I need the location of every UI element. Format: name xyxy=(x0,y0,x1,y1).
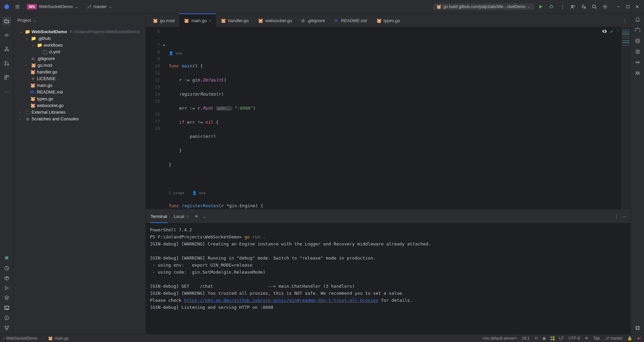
tab-handler-go[interactable]: 🐹handler.go xyxy=(216,13,253,27)
problems-icon[interactable] xyxy=(4,315,9,321)
coverage-icon[interactable] xyxy=(635,325,640,331)
left-tool-rail: ⋯ xyxy=(0,13,13,334)
status-wrap-icon[interactable]: ⟲ xyxy=(534,336,538,341)
tree-file-websocket[interactable]: 🐹websocket.go xyxy=(13,102,146,109)
project-selector[interactable]: WS WebSocketDemo ⌄ xyxy=(24,3,81,10)
tab-go-mod[interactable]: 🐹go.mod xyxy=(148,13,179,27)
svg-rect-52 xyxy=(550,339,552,340)
structure-tool-icon[interactable] xyxy=(2,45,11,54)
terminal-tool-icon[interactable] xyxy=(4,305,9,310)
terminal-panel: Terminal Local× + ⌄ ⋮ — PowerShell 7.4.2… xyxy=(146,209,631,334)
terminal-tab-main[interactable]: Terminal xyxy=(150,213,168,220)
project-panel-header[interactable]: Project ⌄ xyxy=(13,13,146,27)
tree-file-gitignore[interactable]: ⊘.gitignore xyxy=(13,55,146,62)
gutter: 6 7 8 9 10 11 12 13 14 15 16 17 18 xyxy=(146,27,166,209)
status-readonly-icon[interactable]: 👁 xyxy=(585,336,589,341)
scratch-icon: ≣ xyxy=(25,116,30,121)
terminal-options-icon[interactable]: ⋮ xyxy=(614,214,619,219)
ai-chat-icon[interactable] xyxy=(635,27,640,33)
build-tool-icon[interactable] xyxy=(4,276,9,281)
code-editor[interactable]: 6 7 8 9 10 11 12 13 14 15 16 17 18 👤 wxy… xyxy=(146,27,631,209)
status-windows-icon[interactable] xyxy=(550,336,554,340)
tab-main-go[interactable]: 🐹main.go× xyxy=(179,13,216,27)
go-file-icon: 🐹 xyxy=(30,96,36,101)
ignore-icon: ⊘ xyxy=(30,56,36,61)
run-config-selector[interactable]: 🐹 go build github.com/palp1tate/We…cketD… xyxy=(433,3,534,10)
debug-button[interactable] xyxy=(547,3,555,11)
vcs-branch-selector[interactable]: ⎇ master ⌄ xyxy=(84,3,115,10)
tabs-more-icon[interactable]: ⋮ xyxy=(623,18,627,23)
github-icon: ◯ xyxy=(42,49,48,54)
tree-scratches[interactable]: ›≣Scratches and Consoles xyxy=(13,115,146,122)
tab-gitignore[interactable]: ⊘.gitignore xyxy=(297,13,329,27)
tree-file-gomod[interactable]: ›🐹go.mod xyxy=(13,62,146,68)
settings-icon[interactable] xyxy=(601,3,609,11)
ide-logo-icon[interactable] xyxy=(3,3,11,11)
profiler-icon[interactable] xyxy=(4,266,9,271)
search-icon[interactable] xyxy=(590,3,598,11)
terminal-dropdown-icon[interactable]: ⌄ xyxy=(203,214,206,219)
run-button[interactable] xyxy=(537,3,545,11)
more-actions-icon[interactable]: ⋮ xyxy=(558,3,566,11)
endpoints-icon[interactable] xyxy=(635,60,640,65)
main-menu-icon[interactable] xyxy=(13,3,21,11)
code-with-me-icon[interactable] xyxy=(569,3,577,11)
code-body[interactable]: 👤 wxy func main() { r := gin.Default() r… xyxy=(166,27,631,209)
maximize-button[interactable] xyxy=(624,3,632,11)
tree-file-handler[interactable]: 🐹handler.go xyxy=(13,68,146,75)
tree-file-ci[interactable]: ◯ci.yml xyxy=(13,48,146,55)
tree-external-libs[interactable]: ›⬚External Libraries xyxy=(13,109,146,115)
ai-assistant-icon[interactable] xyxy=(4,255,10,261)
tree-folder-workflows[interactable]: ⌄📁workflows xyxy=(13,42,146,48)
status-copilot-icon[interactable]: ◉ xyxy=(542,336,546,341)
tree-folder-github[interactable]: ⌄📁.github xyxy=(13,35,146,42)
services-tool-icon[interactable] xyxy=(2,73,11,82)
makefile-icon[interactable] xyxy=(635,49,640,54)
status-caret-pos[interactable]: 19:1 xyxy=(522,336,530,341)
tree-file-readme[interactable]: M↓README.md xyxy=(13,89,146,95)
usage-inlay[interactable]: 1 usage xyxy=(169,191,184,195)
inspection-ok-icon[interactable]: ✔ xyxy=(610,29,613,34)
layers-icon[interactable] xyxy=(4,295,9,300)
tab-types-go[interactable]: 🐹types.go xyxy=(372,13,405,27)
tab-websocket-go[interactable]: 🐹websocket.go xyxy=(253,13,297,27)
reader-mode-icon[interactable]: 👁‍🗨 xyxy=(602,29,607,34)
pull-requests-icon[interactable] xyxy=(2,59,11,68)
expand-icon[interactable]: ⌃ xyxy=(616,29,619,34)
status-lock-icon[interactable]: 🔒 xyxy=(627,336,632,341)
collab-icon[interactable] xyxy=(635,70,640,76)
terminal-session-tab[interactable]: Local× xyxy=(172,213,190,220)
status-line-sep[interactable]: LF xyxy=(559,336,564,341)
status-encoding[interactable]: UTF-8 xyxy=(569,336,580,341)
notifications-icon[interactable] xyxy=(635,17,640,22)
status-branch[interactable]: ⎇ master xyxy=(604,336,623,341)
tree-file-license[interactable]: ≡LICENSE xyxy=(13,75,146,82)
breadcrumb-project[interactable]: ▫WebSocketDemo xyxy=(3,336,37,341)
terminal-link[interactable]: https://pkg.go.dev/github.com/gin-gonic/… xyxy=(184,298,378,303)
project-tool-icon[interactable] xyxy=(2,17,11,25)
terminal-output[interactable]: PowerShell 7.4.2 PS F:\GolandProjects\We… xyxy=(146,223,631,334)
project-tree[interactable]: ⌄ 📁 WebSocketDemo F:\GolandProjects\WebS… xyxy=(13,27,146,334)
status-server[interactable]: <no default server> xyxy=(482,336,517,341)
close-icon[interactable]: × xyxy=(209,18,212,23)
tab-readme[interactable]: M↓README.md xyxy=(330,13,372,27)
tree-file-types[interactable]: 🐹types.go xyxy=(13,95,146,102)
run-tool-icon[interactable] xyxy=(4,286,9,290)
hide-panel-icon[interactable]: — xyxy=(622,214,627,219)
translate-icon[interactable] xyxy=(580,3,588,11)
database-icon[interactable] xyxy=(635,38,640,44)
status-error-icon[interactable]: ●! xyxy=(637,336,641,341)
commit-tool-icon[interactable] xyxy=(2,31,11,40)
tree-file-main[interactable]: 🐹main.go xyxy=(13,82,146,89)
close-button[interactable] xyxy=(633,3,641,11)
minimap[interactable] xyxy=(621,27,631,209)
minimize-button[interactable] xyxy=(614,3,623,11)
branch-icon: ⎇ xyxy=(87,4,92,9)
vcs-tool-icon[interactable] xyxy=(4,325,9,331)
more-tools-icon[interactable]: ⋯ xyxy=(2,87,11,96)
breadcrumb-file[interactable]: 🐹main.go xyxy=(48,336,69,341)
tree-root[interactable]: ⌄ 📁 WebSocketDemo F:\GolandProjects\WebS… xyxy=(13,28,146,35)
close-icon[interactable]: × xyxy=(186,214,189,219)
status-indent[interactable]: Tab xyxy=(593,336,600,341)
new-terminal-button[interactable]: + xyxy=(195,213,198,219)
